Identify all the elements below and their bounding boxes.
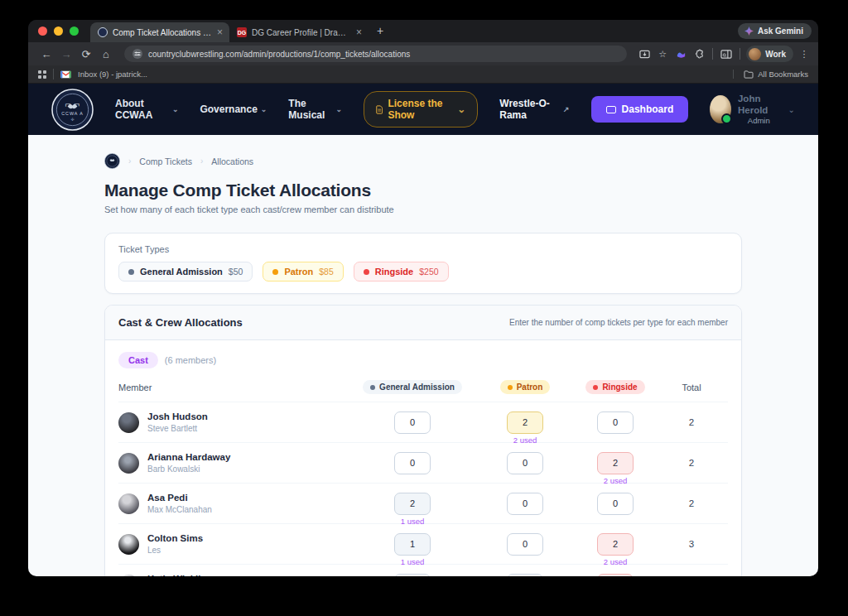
profile-avatar — [749, 48, 761, 60]
ticket-dot-icon — [128, 269, 134, 275]
license-the-show-button[interactable]: License the Show ⌄ — [364, 91, 478, 128]
ask-gemini-label: Ask Gemini — [758, 26, 803, 36]
general-admission-input[interactable] — [394, 574, 431, 577]
nav-about-ccwaa[interactable]: About CCWAA ⌄ — [115, 98, 178, 121]
address-bar[interactable]: countryclubwrestling.com/admin/productio… — [124, 46, 627, 62]
patron-input[interactable] — [507, 452, 543, 474]
ticket-dot-icon — [272, 269, 278, 275]
user-avatar — [710, 95, 731, 123]
patron-input[interactable] — [507, 574, 543, 577]
document-icon — [376, 104, 383, 115]
member-avatar — [118, 575, 139, 577]
ringside-input[interactable] — [597, 452, 634, 474]
general-admission-input[interactable] — [394, 411, 431, 434]
dashboard-icon — [606, 106, 616, 113]
dashboard-button[interactable]: Dashboard — [591, 96, 689, 123]
tab-dg-career-profile[interactable]: DG DG Career Profile | Dramatist × — [229, 22, 369, 42]
side-panel-icon[interactable] — [719, 46, 734, 61]
breadcrumb-sep-icon: › — [200, 156, 203, 166]
page-viewport: ⌐ ¬ CCWA A ✣ About CCWAA ⌄ Governance ⌄ … — [28, 84, 818, 576]
nav-wrestle-o-rama[interactable]: Wrestle-O-Rama ↗ — [499, 98, 569, 121]
page-content: › Comp Tickets › Allocations Manage Comp… — [28, 135, 818, 576]
ringside-input[interactable] — [597, 533, 634, 556]
minimize-window-button[interactable] — [54, 26, 63, 36]
nav-label: The Musical — [288, 98, 332, 121]
ticket-type-patron: Patron $85 — [263, 262, 343, 282]
home-icon[interactable]: ⌂ — [98, 48, 114, 60]
send-to-device-icon[interactable] — [637, 46, 652, 61]
dg-favicon-icon: DG — [237, 27, 247, 37]
col-label: Ringside — [602, 383, 637, 392]
chevron-down-icon: ⌄ — [172, 105, 179, 113]
apps-grid-icon[interactable] — [38, 70, 46, 79]
ticket-dot-icon — [364, 269, 369, 275]
patron-input[interactable] — [507, 411, 543, 434]
tab-title: DG Career Profile | Dramatist — [252, 28, 351, 37]
ticket-type-ringside: Ringside $250 — [354, 262, 449, 282]
bookmark-star-icon[interactable]: ☆ — [655, 46, 670, 61]
window-controls[interactable] — [38, 26, 79, 36]
bookmark-inbox[interactable]: Inbox (9) - jpatrick... — [78, 70, 147, 79]
all-bookmarks[interactable]: All Bookmarks — [733, 70, 808, 79]
ringside-input[interactable] — [597, 411, 634, 434]
ask-gemini-button[interactable]: Ask Gemini — [738, 23, 812, 39]
nav-governance[interactable]: Governance ⌄ — [200, 103, 267, 115]
browser-menu-icon[interactable]: ⋮ — [797, 46, 812, 61]
new-tab-button[interactable]: + — [377, 24, 383, 37]
ticket-dot-icon — [370, 385, 375, 390]
nav-the-musical[interactable]: The Musical ⌄ — [288, 98, 342, 121]
ticket-price: $250 — [419, 267, 438, 277]
gmail-icon — [60, 70, 71, 79]
general-admission-input[interactable] — [394, 452, 431, 474]
gemini-sparkle-icon — [744, 26, 754, 36]
extensions-puzzle-icon[interactable] — [691, 46, 706, 61]
nav-label: Wrestle-O-Rama — [499, 98, 560, 121]
close-tab-icon[interactable]: × — [356, 27, 362, 37]
table-header: Member General Admission Patron Ringside… — [118, 380, 728, 402]
patron-input[interactable] — [507, 533, 543, 556]
breadcrumb-home-icon[interactable] — [104, 153, 120, 169]
close-window-button[interactable] — [38, 26, 47, 36]
user-menu[interactable]: John Herold Admin ⌄ — [710, 93, 795, 127]
chevron-down-icon: ⌄ — [335, 105, 342, 113]
col-label: Patron — [517, 383, 543, 392]
ccwaa-favicon-icon — [98, 27, 108, 37]
tab-comp-ticket-allocations[interactable]: Comp Ticket Allocations - Co × — [90, 22, 229, 42]
ccwaa-logo[interactable]: ⌐ ¬ CCWA A ✣ — [51, 89, 94, 131]
browser-toolbar: ← → ⟳ ⌂ countryclubwrestling.com/admin/p… — [28, 42, 818, 65]
profile-chip[interactable]: Work — [746, 46, 793, 62]
user-name: John Herold — [738, 93, 780, 117]
ringside-input[interactable] — [597, 574, 634, 577]
extension-colored-icon[interactable] — [673, 46, 688, 61]
forward-icon[interactable]: → — [58, 48, 75, 60]
site-info-icon[interactable] — [132, 49, 142, 59]
col-total: Total — [655, 383, 728, 392]
toolbar-divider — [740, 48, 740, 60]
reload-icon[interactable]: ⟳ — [78, 48, 94, 60]
used-count: 2 used — [513, 436, 537, 445]
member-subname: Max McClanahan — [147, 504, 212, 515]
ringside-input[interactable] — [597, 493, 634, 515]
zoom-window-button[interactable] — [70, 26, 79, 36]
general-admission-input[interactable] — [394, 493, 431, 515]
col-label: General Admission — [379, 383, 455, 392]
user-role: Admin — [748, 116, 770, 126]
chevron-down-icon: ⌄ — [261, 105, 267, 113]
breadcrumb-allocations[interactable]: Allocations — [211, 156, 253, 166]
tab-title: Comp Ticket Allocations - Co — [113, 28, 212, 37]
breadcrumb-sep-icon: › — [128, 156, 131, 166]
bookmarks-divider — [53, 69, 54, 79]
breadcrumb-comp-tickets[interactable]: Comp Tickets — [139, 156, 192, 166]
table-row: Colton Sims Les 1 used — [118, 523, 728, 564]
member-subname: Barb Kowalski — [147, 464, 230, 474]
member-name: Josh Hudson — [147, 411, 208, 423]
ticket-types-label: Ticket Types — [118, 244, 728, 254]
general-admission-input[interactable] — [394, 533, 431, 556]
cast-badge: Cast — [118, 352, 158, 368]
col-member: Member — [118, 383, 350, 392]
external-link-icon: ↗ — [563, 105, 570, 113]
patron-input[interactable] — [507, 493, 543, 515]
back-icon[interactable]: ← — [38, 48, 55, 60]
member-subname: Steve Bartlett — [147, 423, 208, 434]
close-tab-icon[interactable]: × — [217, 27, 223, 37]
